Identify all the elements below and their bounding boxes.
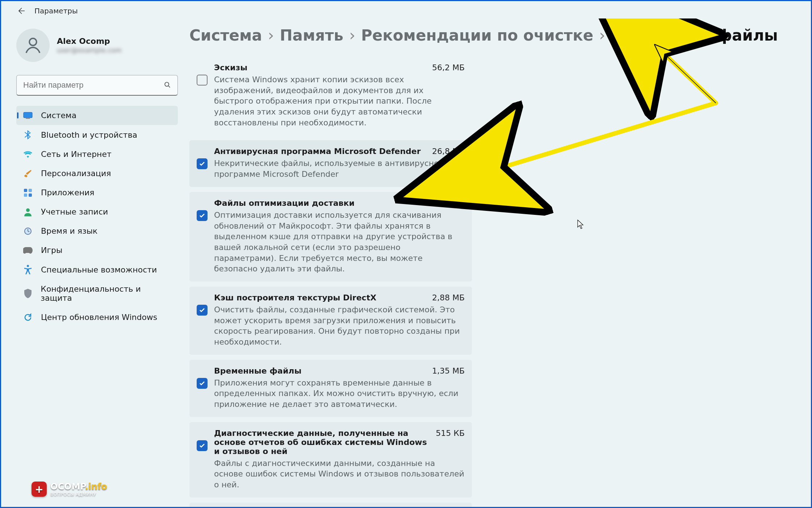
chevron-right-icon: › bbox=[266, 26, 276, 44]
update-icon bbox=[23, 313, 33, 322]
settings-window: Параметры Alex Ocomp user@example.com bbox=[0, 0, 812, 508]
cleanup-item[interactable]: Файлы оптимизации доставки 10,3 МБ Оптим… bbox=[189, 192, 472, 282]
nav-label: Конфиденциальность и защита bbox=[41, 284, 171, 303]
item-size: 515 КБ bbox=[436, 429, 465, 438]
search-icon bbox=[163, 81, 171, 90]
wifi-icon bbox=[23, 151, 33, 158]
watermark-brand: OCOMP.info bbox=[50, 482, 107, 491]
cleanup-item[interactable]: Эскизы 56,2 МБ Система Windows хранит ко… bbox=[189, 57, 472, 135]
checkbox[interactable] bbox=[197, 158, 208, 169]
item-size: 2,88 МБ bbox=[432, 293, 465, 302]
nav-accounts[interactable]: Учетные записи bbox=[16, 202, 178, 221]
mouse-cursor-icon bbox=[577, 220, 585, 230]
nav-network[interactable]: Сеть и Интернет bbox=[16, 145, 178, 164]
nav-system[interactable]: Система bbox=[16, 106, 178, 125]
sidebar: Alex Ocomp user@example.com Система bbox=[1, 18, 189, 507]
breadcrumb: Система › Память › Рекомендации по очист… bbox=[189, 26, 794, 44]
item-title: Временные файлы bbox=[214, 366, 432, 375]
nav-label: Время и язык bbox=[41, 226, 97, 236]
svg-rect-2 bbox=[24, 112, 32, 118]
profile-email: user@example.com bbox=[57, 46, 122, 54]
nav-label: Bluetooth и устройства bbox=[41, 130, 137, 140]
chevron-right-icon: › bbox=[597, 26, 607, 44]
nav-bluetooth[interactable]: Bluetooth и устройства bbox=[16, 125, 178, 145]
item-title: Эскизы bbox=[214, 63, 432, 72]
item-desc: Оптимизация доставки используется для ск… bbox=[214, 210, 465, 274]
cleanup-list: Эскизы 56,2 МБ Система Windows хранит ко… bbox=[189, 57, 472, 507]
item-title: Файлы оптимизации доставки bbox=[214, 199, 432, 208]
cleanup-item[interactable]: Антивирусная программа Microsoft Defende… bbox=[189, 140, 472, 187]
item-title: Кэш построителя текстуры DirectX bbox=[214, 293, 432, 302]
nav-accessibility[interactable]: Специальные возможности bbox=[16, 260, 178, 279]
search-input[interactable] bbox=[16, 75, 178, 96]
cleanup-item[interactable]: Кэш построителя текстуры DirectX 2,88 МБ… bbox=[189, 287, 472, 355]
item-desc: Система Windows хранит копии эскизов все… bbox=[214, 74, 465, 128]
cleanup-item[interactable]: Диагностические данные, полученные на ос… bbox=[189, 422, 472, 497]
nav-label: Персонализация bbox=[41, 169, 111, 178]
cleanup-item[interactable]: Временные файлы Интернета 425 КБ bbox=[189, 503, 472, 507]
watermark: + OCOMP.info ВОПРОСЫ АДМИНУ bbox=[32, 482, 107, 497]
svg-rect-5 bbox=[29, 189, 32, 192]
display-icon bbox=[23, 112, 33, 119]
checkbox[interactable] bbox=[197, 378, 208, 389]
person-icon bbox=[23, 35, 43, 55]
nav-label: Учетные записи bbox=[41, 207, 108, 216]
nav-time-language[interactable]: Время и язык bbox=[16, 221, 178, 241]
arrow-left-icon bbox=[17, 7, 25, 15]
back-button[interactable] bbox=[16, 6, 26, 16]
search-wrap bbox=[16, 75, 178, 96]
nav-personalization[interactable]: Персонализация bbox=[16, 164, 178, 183]
profile-name: Alex Ocomp bbox=[57, 37, 122, 46]
nav-apps[interactable]: Приложения bbox=[16, 183, 178, 202]
plus-icon: + bbox=[32, 482, 47, 497]
item-desc: Приложения могут сохранять временные дан… bbox=[214, 378, 465, 410]
item-desc: Некритические файлы, используемые в анти… bbox=[214, 158, 465, 179]
apps-icon bbox=[23, 189, 33, 197]
item-desc: Файлы с диагностическими данными, создан… bbox=[214, 458, 465, 490]
breadcrumb-part[interactable]: Рекомендации по очистке bbox=[361, 26, 593, 44]
svg-rect-6 bbox=[24, 193, 27, 197]
nav-label: Специальные возможности bbox=[41, 265, 157, 274]
gamepad-icon bbox=[23, 247, 33, 254]
bluetooth-icon bbox=[23, 130, 33, 140]
nav: Система Bluetooth и устройства Сеть и Ин… bbox=[16, 106, 178, 327]
svg-rect-3 bbox=[26, 118, 30, 119]
nav-label: Игры bbox=[41, 246, 62, 255]
item-size: 56,2 МБ bbox=[432, 63, 465, 72]
item-size: 26,8 МБ bbox=[432, 147, 465, 156]
checkbox[interactable] bbox=[197, 305, 208, 316]
nav-label: Сеть и Интернет bbox=[41, 150, 112, 159]
nav-windows-update[interactable]: Центр обновления Windows bbox=[16, 308, 178, 327]
accessibility-icon bbox=[23, 265, 33, 274]
nav-privacy[interactable]: Конфиденциальность и защита bbox=[16, 279, 178, 308]
profile-block[interactable]: Alex Ocomp user@example.com bbox=[16, 29, 178, 62]
shield-icon bbox=[23, 289, 33, 298]
breadcrumb-part[interactable]: Система bbox=[189, 26, 262, 44]
main-content: Система › Память › Рекомендации по очист… bbox=[189, 18, 811, 507]
checkbox[interactable] bbox=[197, 75, 208, 86]
svg-point-8 bbox=[26, 208, 30, 212]
checkbox[interactable] bbox=[197, 440, 208, 451]
item-desc: Очистить файлы, созданные графической си… bbox=[214, 304, 465, 347]
window-title: Параметры bbox=[34, 7, 78, 15]
breadcrumb-current: Временные файлы bbox=[611, 26, 778, 44]
avatar bbox=[16, 29, 50, 62]
brush-icon bbox=[23, 169, 33, 178]
person-icon bbox=[23, 208, 33, 216]
svg-rect-7 bbox=[29, 193, 32, 197]
watermark-sub: ВОПРОСЫ АДМИНУ bbox=[50, 492, 107, 496]
topbar: Параметры bbox=[1, 1, 811, 18]
nav-label: Центр обновления Windows bbox=[41, 313, 157, 322]
nav-gaming[interactable]: Игры bbox=[16, 241, 178, 260]
item-title: Диагностические данные, полученные на ос… bbox=[214, 429, 436, 456]
svg-point-10 bbox=[27, 265, 29, 267]
item-size: 10,3 МБ bbox=[432, 199, 465, 208]
item-size: 1,35 МБ bbox=[432, 366, 465, 375]
svg-point-1 bbox=[165, 82, 169, 86]
cleanup-item[interactable]: Временные файлы 1,35 МБ Приложения могут… bbox=[189, 360, 472, 417]
checkbox[interactable] bbox=[197, 210, 208, 221]
globe-clock-icon bbox=[23, 227, 33, 236]
svg-rect-4 bbox=[24, 189, 27, 192]
breadcrumb-part[interactable]: Память bbox=[280, 26, 343, 44]
nav-label: Приложения bbox=[41, 188, 95, 197]
